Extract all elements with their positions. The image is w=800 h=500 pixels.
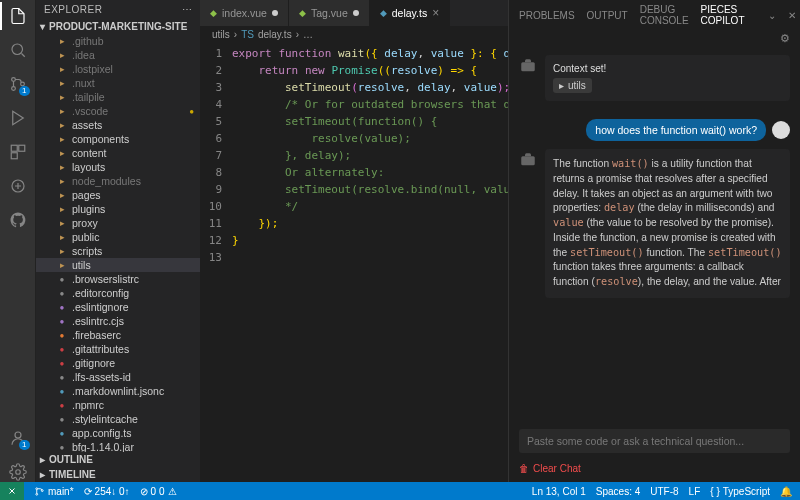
editor-tab[interactable]: ◆delay.ts× [370, 0, 450, 26]
file-icon: ● [56, 427, 68, 439]
clear-chat-button[interactable]: 🗑 Clear Chat [509, 459, 800, 482]
chevron-right-icon: › [234, 29, 237, 40]
user-message: how does the function wait() work? [586, 119, 766, 141]
folder-item[interactable]: ▸proxy [36, 216, 200, 230]
folder-item[interactable]: ▸scripts [36, 244, 200, 258]
github-icon[interactable] [8, 210, 28, 230]
svg-point-9 [15, 470, 20, 475]
folder-item[interactable]: ▸.lostpixel [36, 62, 200, 76]
folder-item[interactable]: ▸assets [36, 118, 200, 132]
panel-tabs: PROBLEMSOUTPUTDEBUG CONSOLEPIECES COPILO… [509, 0, 800, 30]
folder-icon: ▸ [56, 63, 68, 75]
extensions-icon[interactable] [8, 142, 28, 162]
file-item[interactable]: ●.stylelintcache [36, 412, 200, 426]
context-chip[interactable]: ▸ utils [553, 78, 592, 93]
run-debug-icon[interactable] [8, 108, 28, 128]
outline-section[interactable]: ▸ OUTLINE [36, 452, 200, 467]
code-content[interactable]: export function wait({ delay, value }: {… [232, 43, 508, 482]
editor-tab[interactable]: ◆index.vue [200, 0, 289, 26]
chat-area: Context set! ▸ utils how does the functi… [509, 47, 800, 423]
accounts-icon[interactable]: 1 [8, 428, 28, 448]
file-item[interactable]: ●.eslintrc.cjs [36, 314, 200, 328]
svg-point-1 [11, 78, 15, 82]
file-item[interactable]: ●.eslintignore [36, 300, 200, 314]
file-item[interactable]: ●.firebaserc [36, 328, 200, 342]
panel-tab[interactable]: OUTPUT [587, 10, 628, 21]
file-icon: ◆ [210, 8, 217, 18]
file-icon: ● [56, 287, 68, 299]
folder-item[interactable]: ▸pages [36, 188, 200, 202]
search-icon[interactable] [8, 40, 28, 60]
code-editor[interactable]: 12345678910111213 export function wait({… [200, 43, 508, 482]
folder-icon: ▸ [56, 133, 68, 145]
activity-bar: 1 1 [0, 0, 36, 482]
language-mode[interactable]: { } TypeScript [710, 486, 770, 497]
status-bar: main* ⟳ 254↓ 0↑ ⊘ 0 0 ⚠ Ln 13, Col 1 Spa… [0, 482, 800, 500]
editor-tab[interactable]: ◆Tag.vue [289, 0, 370, 26]
line-gutter: 12345678910111213 [200, 43, 232, 482]
remote-indicator[interactable] [0, 482, 24, 500]
close-icon[interactable]: ✕ [788, 10, 796, 21]
chevron-down-icon[interactable]: ⌄ [768, 10, 776, 21]
file-item[interactable]: ●bfg-1.14.0.jar [36, 440, 200, 452]
accounts-badge: 1 [19, 440, 29, 450]
panel-tab[interactable]: PIECES COPILOT [701, 4, 745, 26]
more-icon[interactable]: ⋯ [182, 4, 193, 15]
problems-status[interactable]: ⊘ 0 0 ⚠ [140, 486, 177, 497]
file-icon: ● [56, 343, 68, 355]
folder-item[interactable]: ▸.tailpile [36, 90, 200, 104]
git-branch[interactable]: main* [34, 486, 74, 497]
chevron-right-icon: › [296, 29, 299, 40]
file-item[interactable]: ●app.config.ts [36, 426, 200, 440]
file-item[interactable]: ●.browserslistrc [36, 272, 200, 286]
folder-item[interactable]: ▸layouts [36, 160, 200, 174]
svg-rect-6 [11, 153, 17, 159]
file-icon: ● [56, 413, 68, 425]
source-control-icon[interactable]: 1 [8, 74, 28, 94]
editor-group: ◆index.vue◆Tag.vue◆delay.ts× utils › TS … [200, 0, 508, 482]
cursor-position[interactable]: Ln 13, Col 1 [532, 486, 586, 497]
folder-item[interactable]: ▸.nuxt [36, 76, 200, 90]
file-icon: ● [56, 371, 68, 383]
folder-item[interactable]: ▸.github [36, 34, 200, 48]
indentation-status[interactable]: Spaces: 4 [596, 486, 640, 497]
folder-icon: ▸ [56, 203, 68, 215]
folder-item[interactable]: ▸.idea [36, 48, 200, 62]
folder-icon: ▸ [56, 147, 68, 159]
folder-icon: ▸ [56, 175, 68, 187]
folder-item[interactable]: ▸public [36, 230, 200, 244]
folder-item[interactable]: ▸components [36, 132, 200, 146]
panel-tab[interactable]: DEBUG CONSOLE [640, 4, 689, 26]
notifications-icon[interactable]: 🔔 [780, 486, 792, 497]
folder-item[interactable]: ▸node_modules [36, 174, 200, 188]
folder-item[interactable]: ▸plugins [36, 202, 200, 216]
file-item[interactable]: ●.lfs-assets-id [36, 370, 200, 384]
pieces-icon[interactable] [8, 176, 28, 196]
file-item[interactable]: ●.gitattributes [36, 342, 200, 356]
file-item[interactable]: ●.gitignore [36, 356, 200, 370]
pieces-asst-icon [519, 57, 537, 75]
file-item[interactable]: ●.markdownlint.jsonc [36, 384, 200, 398]
timeline-section[interactable]: ▸ TIMELINE [36, 467, 200, 482]
chevron-right-icon: ▸ [40, 469, 45, 480]
project-section[interactable]: ▾ PRODUCT-MARKETING-SITE [36, 19, 200, 34]
encoding-status[interactable]: UTF-8 [650, 486, 678, 497]
sync-status[interactable]: ⟳ 254↓ 0↑ [84, 486, 130, 497]
breadcrumb[interactable]: utils › TS delay.ts › … [200, 26, 508, 43]
settings-gear-icon[interactable] [8, 462, 28, 482]
folder-item[interactable]: ▸content [36, 146, 200, 160]
tab-bar: ◆index.vue◆Tag.vue◆delay.ts× [200, 0, 508, 26]
folder-item[interactable]: ▸utils [36, 258, 200, 272]
file-item[interactable]: ●.editorconfig [36, 286, 200, 300]
panel-tab[interactable]: PROBLEMS [519, 10, 575, 21]
chat-input[interactable]: Paste some code or ask a technical quest… [519, 429, 790, 453]
explorer-icon[interactable] [8, 6, 28, 26]
close-icon[interactable]: × [432, 6, 439, 20]
gear-icon[interactable]: ⚙ [780, 32, 790, 44]
file-item[interactable]: ●.npmrc [36, 398, 200, 412]
file-icon: ● [56, 441, 68, 452]
svg-point-0 [12, 44, 23, 55]
folder-item[interactable]: ▸.vscode● [36, 104, 200, 118]
file-icon: ◆ [380, 8, 387, 18]
eol-status[interactable]: LF [689, 486, 701, 497]
